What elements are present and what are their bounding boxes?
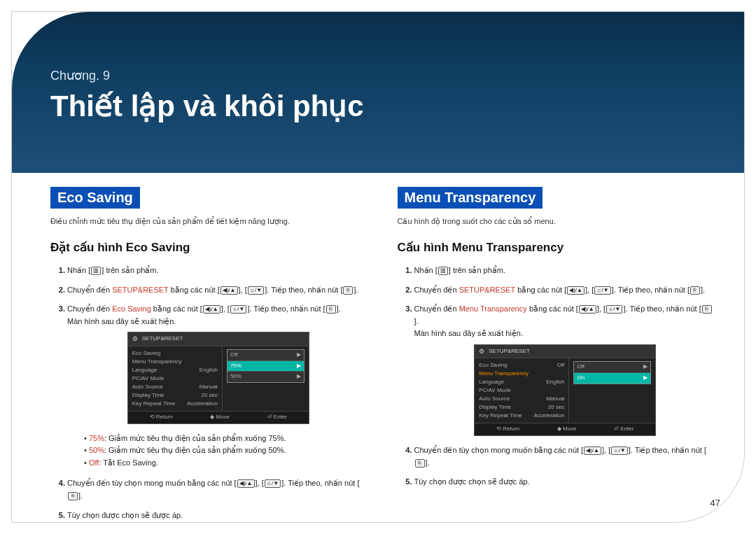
keyword-setup: SETUP&RESET: [459, 286, 516, 294]
osd-row: Menu Transparency: [132, 358, 218, 366]
osd-footer: ⟲ Return ◆ Move ⏎ Enter: [128, 411, 309, 423]
steps-trans: Nhấn [▥] trên sản phẩm. Chuyển đến SETUP…: [398, 265, 717, 489]
osd-row: Key Repeat TimeAcceleration: [132, 400, 218, 408]
osd-title: SETUP&RESET: [475, 345, 655, 358]
osd-option: 50%▶: [227, 372, 304, 382]
steps-eco: Nhấn [▥] trên sản phẩm. Chuyển đến SETUP…: [50, 265, 370, 521]
enter-icon: ⎘: [702, 305, 712, 314]
step-5: Tùy chọn được chọn sẽ được áp.: [67, 510, 370, 522]
chapter-title: Thiết lập và khôi phục: [50, 89, 709, 123]
enter-icon: ⎘: [415, 459, 425, 468]
subsection-title-trans: Cấu hình Menu Transparency: [398, 240, 717, 255]
enter-icon: ⎘: [690, 286, 700, 295]
step-4: Chuyển đến tùy chọn mong muốn bằng các n…: [414, 444, 717, 469]
down-icon: ☼/▼: [230, 305, 246, 314]
step-1: Nhấn [▥] trên sản phẩm.: [67, 265, 370, 277]
osd-option: Off▶: [574, 362, 650, 373]
down-icon: ☼/▼: [606, 305, 622, 314]
osd-row: LanguageEnglish: [132, 366, 218, 374]
bullet-50: 50%: Giảm mức tiêu thụ điện của sản phẩm…: [84, 444, 370, 457]
osd-menu-list: Eco SavingMenu TransparencyLanguageEngli…: [128, 346, 222, 411]
keyword-trans: Menu Transparency: [459, 304, 527, 313]
step-2: Chuyển đến SETUP&RESET bằng các nút [◀)/…: [414, 284, 717, 297]
step-3: Chuyển đến Menu Transparency bằng các nú…: [414, 303, 717, 436]
section-title-trans: Menu Transparency: [398, 187, 543, 209]
osd-row: Menu Transparency: [479, 370, 564, 378]
osd-options: Off▶On▶: [573, 361, 651, 384]
option-bullets: 75%: Giảm mức tiêu thụ điện của sản phẩm…: [67, 433, 370, 470]
osd-options: Off▶75%▶50%▶: [227, 349, 304, 383]
menu-icon: ▥: [91, 267, 101, 275]
section-desc-trans: Cấu hình độ trong suốt cho các cửa sổ me…: [398, 217, 717, 226]
down-icon: ☼/▼: [265, 479, 281, 488]
left-column: Eco Saving Điều chỉnh mức tiêu thụ điện …: [50, 187, 370, 501]
osd-row: PC/AV Mode: [479, 386, 564, 395]
content-area: Eco Saving Điều chỉnh mức tiêu thụ điện …: [50, 187, 716, 501]
osd-row: Eco Saving: [132, 349, 218, 358]
up-icon: ◀)/▲: [567, 286, 584, 295]
chapter-label: Chương. 9: [50, 68, 709, 83]
step-5: Tùy chọn được chọn sẽ được áp.: [414, 476, 717, 489]
osd-row: Auto SourceManual: [479, 395, 564, 403]
enter-icon: ⎘: [68, 492, 78, 500]
down-icon: ☼/▼: [248, 286, 264, 295]
step-2: Chuyển đến SETUP&RESET bằng các nút [◀)/…: [67, 284, 370, 297]
osd-row: Key Repeat TimeAcceleration: [479, 412, 564, 420]
section-desc-eco: Điều chỉnh mức tiêu thụ điện của sản phẩ…: [50, 217, 370, 226]
osd-row: Auto SourceManual: [132, 383, 218, 391]
step-3: Chuyển đến Eco Saving bằng các nút [◀)/▲…: [67, 303, 370, 469]
enter-icon: ⎘: [343, 286, 353, 295]
menu-icon: ▥: [438, 267, 448, 275]
up-icon: ◀)/▲: [203, 305, 220, 314]
osd-footer: ⟲ Return ◆ Move ⏎ Enter: [475, 423, 655, 435]
section-title-eco: Eco Saving: [50, 187, 140, 209]
osd-option: Off▶: [227, 350, 304, 361]
down-icon: ☼/▼: [611, 447, 627, 455]
up-icon: ◀)/▲: [584, 447, 601, 455]
osd-option: 75%▶: [227, 361, 304, 372]
osd-screenshot-eco: SETUP&RESET Eco SavingMenu TransparencyL…: [127, 332, 309, 423]
down-icon: ☼/▼: [594, 286, 610, 295]
page-number: 47: [710, 498, 720, 508]
subsection-title-eco: Đặt cấu hình Eco Saving: [50, 240, 370, 255]
keyword-setup: SETUP&RESET: [112, 286, 169, 294]
osd-menu-list: Eco SavingOffMenu TransparencyLanguageEn…: [475, 358, 568, 423]
bullet-off: Off: Tắt Eco Saving.: [84, 457, 370, 470]
osd-row: LanguageEnglish: [479, 378, 564, 386]
keyword-eco: Eco Saving: [112, 304, 151, 313]
osd-row: Display Time20 sec: [132, 391, 218, 400]
step-4: Chuyển đến tùy chọn mong muốn bằng các n…: [67, 477, 370, 502]
up-icon: ◀)/▲: [237, 479, 255, 488]
step-1: Nhấn [▥] trên sản phẩm.: [414, 265, 717, 277]
chapter-header: Chương. 9 Thiết lập và khôi phục: [12, 12, 744, 173]
osd-row: Display Time20 sec: [479, 403, 564, 412]
osd-row: PC/AV Mode: [132, 374, 218, 383]
osd-screenshot-trans: SETUP&RESET Eco SavingOffMenu Transparen…: [474, 344, 656, 436]
enter-icon: ⎘: [326, 305, 336, 314]
osd-title: SETUP&RESET: [128, 332, 309, 346]
page: Chương. 9 Thiết lập và khôi phục Eco Sav…: [11, 11, 745, 523]
up-icon: ◀)/▲: [579, 305, 596, 314]
bullet-75: 75%: Giảm mức tiêu thụ điện của sản phẩm…: [84, 433, 370, 445]
osd-row: Eco SavingOff: [479, 361, 564, 370]
right-column: Menu Transparency Cấu hình độ trong suốt…: [398, 187, 717, 501]
osd-option: On▶: [574, 373, 650, 384]
up-icon: ◀)/▲: [220, 286, 238, 295]
